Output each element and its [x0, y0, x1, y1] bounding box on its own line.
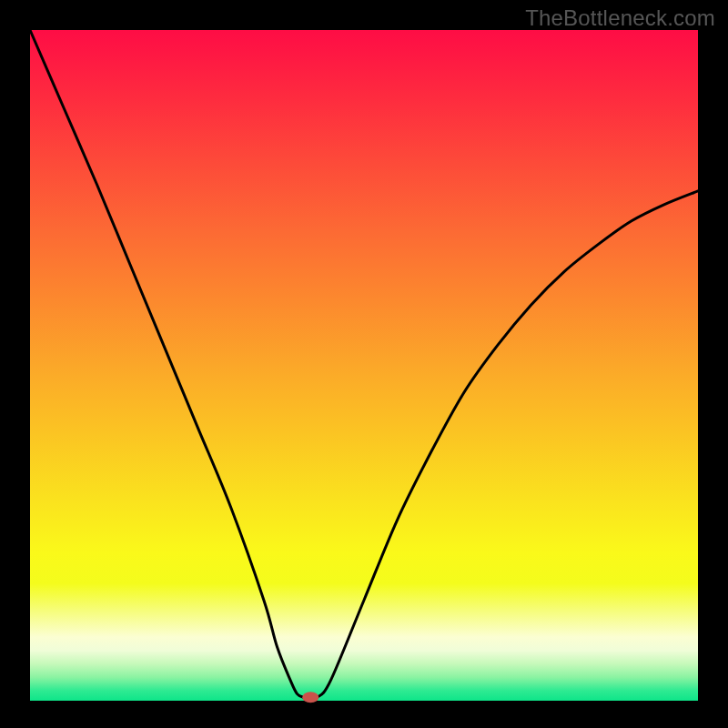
optimal-point-marker	[302, 692, 318, 703]
watermark-text: TheBottleneck.com	[525, 5, 715, 31]
chart-canvas	[0, 0, 728, 728]
chart-frame: TheBottleneck.com	[0, 0, 728, 728]
